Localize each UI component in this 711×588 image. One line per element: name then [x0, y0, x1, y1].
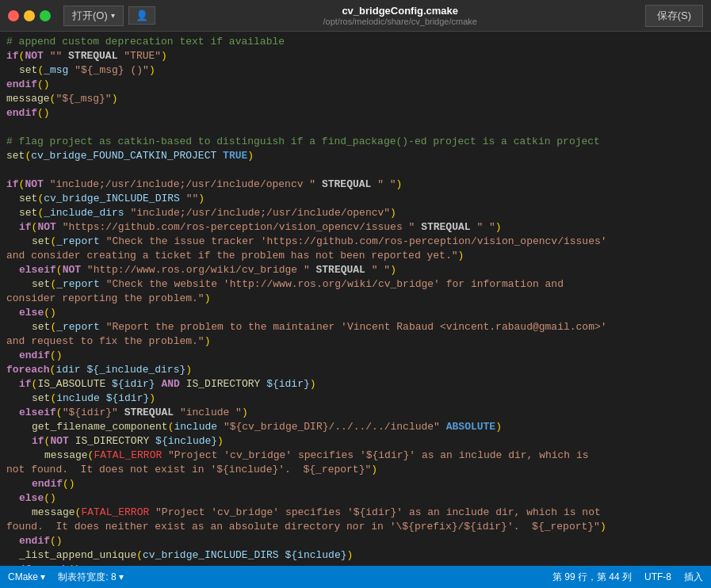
statusbar-tab-width-label: 制表符宽度: 8 — [58, 571, 116, 582]
line-content: message(FATAL_ERROR "Project 'cv_bridge'… — [0, 449, 589, 463]
code-line: set(include ${idir}) — [0, 391, 711, 406]
open-dropdown-arrow: ▾ — [111, 11, 115, 20]
code-line: foreach(idir ${_include_dirs}) — [0, 363, 711, 377]
line-content: endforeach() — [0, 563, 81, 566]
line-content: message("${_msg}") — [0, 92, 117, 106]
statusbar-encoding: UTF-8 — [644, 571, 671, 582]
code-line: not found. It does not exist in '${inclu… — [0, 463, 711, 477]
line-content: _list_append_unique(cv_bridge_INCLUDE_DI… — [0, 548, 353, 563]
line-content: endif() — [0, 106, 50, 120]
code-line: set(cv_bridge_FOUND_CATKIN_PROJECT TRUE) — [0, 149, 711, 163]
code-line: if(IS_ABSOLUTE ${idir} AND IS_DIRECTORY … — [0, 377, 711, 391]
code-line: get_filename_component(include "${cv_bri… — [0, 420, 711, 434]
titlebar-left: 打开(O) ▾ 👤 — [8, 6, 155, 26]
person-icon: 👤 — [136, 10, 148, 21]
statusbar-tab-width[interactable]: 制表符宽度: 8 ▾ — [58, 571, 124, 584]
line-content: set(_report "Check the issue tracker 'ht… — [0, 235, 607, 249]
code-line: set(_report "Report the problem to the m… — [0, 320, 711, 334]
line-content: else() — [0, 491, 56, 506]
code-line: found. It does neither exist as an absol… — [0, 520, 711, 534]
code-line — [0, 163, 711, 178]
line-content: else() — [0, 306, 56, 320]
statusbar-lang[interactable]: CMake ▾ — [8, 571, 45, 582]
line-content: if(NOT "include;/usr/include;/usr/includ… — [0, 178, 402, 192]
line-content: and request to fix the problem.") — [0, 334, 210, 349]
code-line: consider reporting the problem.") — [0, 292, 711, 306]
code-line: if(NOT "" STREQUAL "TRUE") — [0, 49, 711, 63]
code-line: if(NOT IS_DIRECTORY ${include}) — [0, 434, 711, 449]
save-button[interactable]: 保存(S) — [645, 5, 703, 27]
statusbar-right: 第 99 行，第 44 列 UTF-8 插入 — [552, 571, 703, 584]
line-content: endif() — [0, 78, 50, 92]
statusbar: CMake ▾ 制表符宽度: 8 ▾ 第 99 行，第 44 列 UTF-8 插… — [0, 566, 711, 588]
code-line: message(FATAL_ERROR "Project 'cv_bridge'… — [0, 506, 711, 520]
code-line: if(NOT "include;/usr/include;/usr/includ… — [0, 178, 711, 192]
code-line: if(NOT "https://github.com/ros-perceptio… — [0, 220, 711, 235]
code-line: elseif(NOT "http://www.ros.org/wiki/cv_b… — [0, 263, 711, 277]
code-line: message(FATAL_ERROR "Project 'cv_bridge'… — [0, 449, 711, 463]
line-content: if(IS_ABSOLUTE ${idir} AND IS_DIRECTORY … — [0, 377, 316, 391]
code-line: and consider creating a ticket if the pr… — [0, 249, 711, 263]
line-content: message(FATAL_ERROR "Project 'cv_bridge'… — [0, 506, 601, 520]
line-content: set(_report "Check the website 'http://w… — [0, 277, 564, 292]
code-line: else() — [0, 491, 711, 506]
line-content: if(NOT IS_DIRECTORY ${include}) — [0, 434, 224, 449]
statusbar-lang-label: CMake — [8, 571, 38, 582]
line-content: foreach(idir ${_include_dirs}) — [0, 363, 192, 377]
code-line: endif() — [0, 78, 711, 92]
code-line: _list_append_unique(cv_bridge_INCLUDE_DI… — [0, 548, 711, 563]
line-content: set(cv_bridge_FOUND_CATKIN_PROJECT TRUE) — [0, 149, 254, 163]
person-icon-button[interactable]: 👤 — [128, 6, 155, 25]
code-line: endif() — [0, 349, 711, 363]
close-button[interactable] — [8, 10, 19, 21]
code-line: else() — [0, 306, 711, 320]
code-line: # flag project as catkin-based to distin… — [0, 135, 711, 149]
minimize-button[interactable] — [24, 10, 35, 21]
statusbar-tab-width-arrow: ▾ — [119, 571, 124, 582]
open-button[interactable]: 打开(O) ▾ — [63, 6, 124, 26]
line-content: set(_msg "${_msg} ()") — [0, 63, 155, 78]
code-line: set(_include_dirs "include;/usr/include;… — [0, 206, 711, 220]
code-line: and request to fix the problem.") — [0, 334, 711, 349]
line-content: and consider creating a ticket if the pr… — [0, 249, 464, 263]
code-line: endif() — [0, 477, 711, 491]
line-content: elseif(NOT "http://www.ros.org/wiki/cv_b… — [0, 263, 396, 277]
code-editor[interactable]: # append custom deprecation text if avai… — [0, 32, 711, 566]
line-content: endif() — [0, 534, 63, 548]
line-content: if(NOT "https://github.com/ros-perceptio… — [0, 220, 502, 235]
line-content: elseif("${idir}" STREQUAL "include ") — [0, 406, 248, 420]
file-name: cv_bridgeConfig.cmake — [155, 5, 645, 17]
statusbar-lang-arrow: ▾ — [40, 571, 45, 582]
code-line: elseif("${idir}" STREQUAL "include ") — [0, 406, 711, 420]
line-content: endif() — [0, 349, 63, 363]
code-line: endif() — [0, 106, 711, 120]
titlebar-center: cv_bridgeConfig.cmake /opt/ros/melodic/s… — [155, 5, 645, 26]
line-content: not found. It does not exist in '${inclu… — [0, 463, 377, 477]
line-content: set(_report "Report the problem to the m… — [0, 320, 607, 334]
code-line: set(cv_bridge_INCLUDE_DIRS "") — [0, 192, 711, 206]
line-content: set(include ${idir}) — [0, 391, 155, 406]
statusbar-mode: 插入 — [684, 571, 703, 584]
line-content: endif() — [0, 477, 75, 491]
statusbar-position: 第 99 行，第 44 列 — [552, 571, 632, 584]
code-line — [0, 120, 711, 135]
code-line: set(_report "Check the issue tracker 'ht… — [0, 235, 711, 249]
code-line: # append custom deprecation text if avai… — [0, 35, 711, 49]
line-content: get_filename_component(include "${cv_bri… — [0, 420, 502, 434]
line-content: set(_include_dirs "include;/usr/include;… — [0, 206, 396, 220]
code-line: set(_report "Check the website 'http://w… — [0, 277, 711, 292]
line-content: # flag project as catkin-based to distin… — [0, 135, 600, 149]
save-label: 保存(S) — [657, 10, 691, 21]
code-line: endif() — [0, 534, 711, 548]
line-content: set(cv_bridge_INCLUDE_DIRS "") — [0, 192, 205, 206]
maximize-button[interactable] — [40, 10, 51, 21]
code-line: set(_msg "${_msg} ()") — [0, 63, 711, 78]
line-content: # append custom deprecation text if avai… — [0, 35, 285, 49]
line-content: consider reporting the problem.") — [0, 292, 210, 306]
file-path: /opt/ros/melodic/share/cv_bridge/cmake — [155, 17, 645, 26]
open-label: 打开(O) — [72, 9, 108, 23]
code-line: message("${_msg}") — [0, 92, 711, 106]
line-content: found. It does neither exist as an absol… — [0, 520, 606, 534]
titlebar: 打开(O) ▾ 👤 cv_bridgeConfig.cmake /opt/ros… — [0, 0, 711, 32]
line-content: if(NOT "" STREQUAL "TRUE") — [0, 49, 167, 63]
